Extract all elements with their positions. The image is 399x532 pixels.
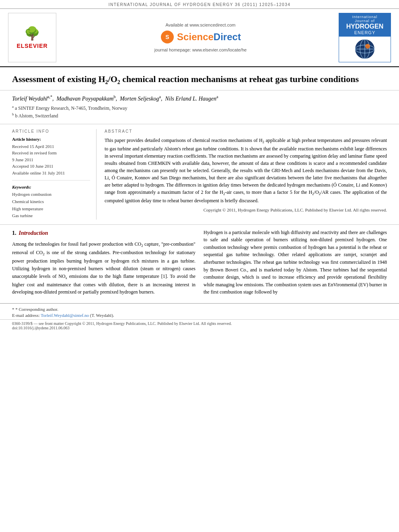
journal-box: International Journal of HYDROGEN ENERGY [339,13,391,62]
received-1: Received 15 April 2011 [12,143,90,150]
paper-title: Assessment of existing H2/O2 chemical re… [12,74,387,86]
available-at: Available at www.sciencedirect.com [165,23,235,27]
journal-box-line1: International [341,15,388,19]
journal-homepage: journal homepage: www.elsevier.com/locat… [154,47,247,52]
sciencedirect-logo: S ScienceDirect [160,30,241,44]
authors-section: Torleif Weydahla,*, Madhavan Poyyapakkam… [0,90,399,124]
journal-header: 🌳 ELSEVIER Available at www.sciencedirec… [0,9,399,67]
received-2: Received in revised form [12,150,90,156]
elsevier-logo: 🌳 ELSEVIER [8,13,56,62]
article-info-label: ARTICLE INFO [12,129,90,134]
abstract-label: ABSTRACT [105,129,387,134]
left-paragraph-1: Among the technologies for fossil fuel p… [12,240,195,296]
history-label: Article history: [12,137,90,142]
author-4: Nils Erland L. Haugen [165,96,216,102]
journal-banner: International Journal of Hydrogen Energy… [0,0,399,9]
doi-line: doi:10.1016/j.ijhydene.2011.06.063 [12,326,387,330]
svg-text:S: S [165,34,169,40]
author-2: Madhavan Poyyapakkam [56,96,113,102]
footnote-section: * * Corresponding author. E-mail address… [0,303,399,318]
author-1: Torleif Weydahl [12,96,47,102]
banner-text: International Journal of Hydrogen Energy… [109,2,291,7]
section-1-heading: 1.Introduction [12,229,195,237]
section-1-right-text: Hydrogen is a particular molecule with h… [204,229,387,296]
footnote-email-link[interactable]: Torleif.Weydahl@sintef.no [41,313,89,318]
footnote-email: E-mail address: Torleif.Weydahl@sintef.n… [12,313,387,318]
keyword-3: High temperature [12,205,90,213]
authors-line: Torleif Weydahla,*, Madhavan Poyyapakkam… [12,94,387,102]
journal-box-line3: HYDROGEN [341,23,388,30]
abstract-paragraph: This paper provides detailed comparisons… [105,137,387,204]
abstract-body: This paper provides detailed comparisons… [105,137,387,213]
article-info-abstract-section: ARTICLE INFO Article history: Received 1… [0,124,399,225]
journal-box-image [339,37,391,62]
article-history-group: Article history: Received 15 April 2011 … [12,137,90,181]
journal-box-line4: ENERGY [341,30,388,35]
header-middle: Available at www.sciencedirect.com S Sci… [62,13,339,62]
elsevier-tree-icon: 🌳 [24,26,40,41]
available-online: Available online 31 July 2011 [12,170,90,177]
affiliation-a: a a SINTEF Energy Research, N-7465, Tron… [12,105,387,111]
section-1-left-text: Among the technologies for fossil fuel p… [12,240,195,296]
body-right-col: Hydrogen is a particular molecule with h… [204,229,387,299]
two-col-body: 1.Introduction Among the technologies fo… [12,229,387,299]
article-info-column: ARTICLE INFO Article history: Received 1… [12,129,97,220]
svg-point-7 [365,44,370,49]
footnote-email-label: E-mail address: [12,313,40,318]
elsevier-label: ELSEVIER [16,43,47,49]
keywords-label: Keywords: [12,185,90,189]
footnote-corresponding-text: * Corresponding author. [15,307,58,312]
accepted: Accepted 10 June 2011 [12,163,90,170]
journal-box-header: International Journal of HYDROGEN ENERGY [339,13,391,37]
copyright-line: 0360-3199/$ — see front matter Copyright… [12,321,387,326]
section-title: Introduction [19,230,48,236]
body-left-col: 1.Introduction Among the technologies fo… [12,229,195,299]
keyword-2: Chemical kinetics [12,198,90,205]
footnote-email-suffix: (T. Weydahl). [90,313,114,318]
received-2b: 9 June 2011 [12,156,90,163]
keywords-group: Keywords: Hydrogen combustion Chemical k… [12,185,90,219]
copyright-footer: 0360-3199/$ — see front matter Copyright… [0,319,399,332]
journal-box-line2: Journal of [341,19,388,23]
footnote-star: * [12,307,15,312]
sd-logo-icon: S [160,30,175,44]
right-paragraph-1: Hydrogen is a particular molecule with h… [204,229,387,296]
abstract-copyright: Copyright © 2011, Hydrogen Energy Public… [105,207,387,214]
paper-title-section: Assessment of existing H2/O2 chemical re… [0,67,399,91]
journal-globe-icon [354,38,376,60]
abstract-column: ABSTRACT This paper provides detailed co… [105,129,387,220]
section-number: 1. [12,230,16,236]
keyword-4: Gas turbine [12,212,90,220]
affiliation-b: b b Alstom, Switzerland [12,112,387,119]
main-body: 1.Introduction Among the technologies fo… [0,225,399,303]
author-3: Morten Seljeskog [120,96,159,102]
keyword-1: Hydrogen combustion [12,191,90,198]
footnote-corresponding: * * Corresponding author. [12,307,387,312]
